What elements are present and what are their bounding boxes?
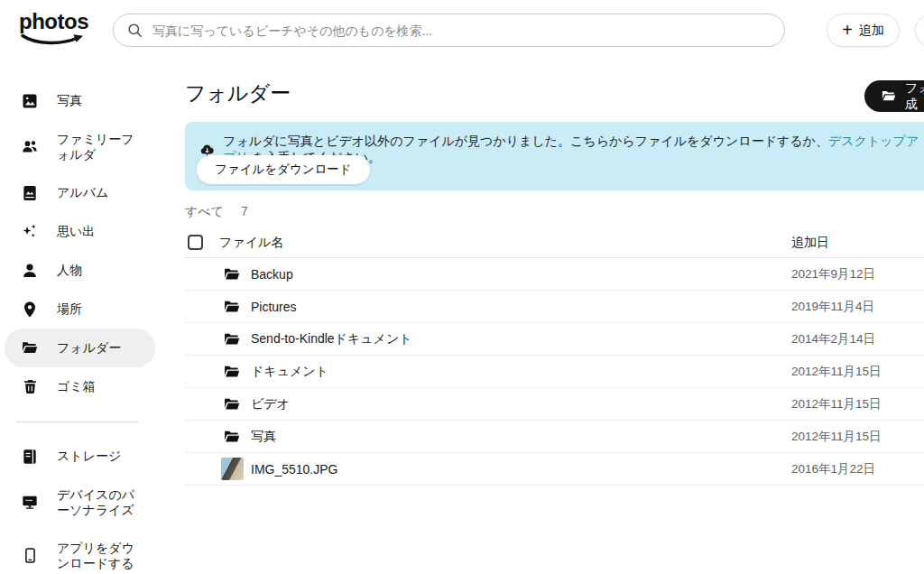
create-folder-button-label: フォルダーを作成 — [905, 80, 924, 113]
amazon-smile-icon — [21, 33, 88, 46]
memories-icon — [21, 223, 39, 241]
account-button[interactable] — [915, 14, 924, 47]
sidebar-item-download-app[interactable]: アプリをダウンロードする — [5, 529, 155, 574]
app-header: photos + 追加 — [0, 0, 924, 63]
date-added: 2012年11月15日 — [791, 396, 882, 412]
albums-icon — [21, 184, 39, 202]
notification-banner: フォルダに写真とビデオ以外のファイルが見つかりました。こちらからファイルをダウン… — [185, 122, 924, 190]
file-name: ビデオ — [251, 396, 290, 412]
plus-icon: + — [842, 21, 853, 39]
add-button[interactable]: + 追加 — [827, 14, 900, 47]
amazon-photos-logo[interactable]: photos — [19, 11, 97, 46]
date-added: 2014年2月14日 — [791, 331, 875, 347]
table-header: ファイル名 追加日 — [185, 227, 924, 257]
table-row-documents[interactable]: ドキュメント 2012年11月15日 — [185, 356, 924, 388]
folder-icon — [223, 363, 241, 381]
table-row-videos[interactable]: ビデオ 2012年11月15日 — [185, 388, 924, 421]
sidebar-item-memories[interactable]: 思い出 — [5, 212, 155, 251]
folder-icon — [223, 428, 241, 446]
table-row-img-5510[interactable]: IMG_5510.JPG 2016年1月22日 — [185, 453, 924, 486]
date-added: 2012年11月15日 — [791, 429, 882, 445]
filter-all-label[interactable]: すべて — [185, 204, 224, 220]
sidebar-item-label: フォルダー — [57, 340, 140, 356]
file-name: ドキュメント — [251, 364, 328, 380]
sidebar-item-label: アプリをダウンロードする — [57, 541, 140, 570]
logo-text: photos — [19, 11, 97, 32]
date-added: 2021年9月12日 — [791, 266, 875, 282]
table-row-pictures[interactable]: Pictures 2019年11月4日 — [185, 291, 924, 323]
sidebar-divider — [16, 421, 139, 422]
sidebar-item-people[interactable]: 人物 — [5, 251, 155, 290]
create-folder-button[interactable]: フォルダーを作成 — [864, 80, 924, 112]
table-row-send-to-kindle[interactable]: Send-to-Kindleドキュメント 2014年2月14日 — [185, 323, 924, 356]
folder-icon — [223, 265, 241, 283]
image-thumbnail — [221, 458, 244, 480]
file-name: Backup — [251, 267, 293, 282]
trash-icon — [21, 378, 39, 396]
main-content: フォルダー フォルダーを作成 フォルダに写真とビデオ以外のファイルが見つかりまし… — [155, 63, 924, 574]
add-button-label: 追加 — [859, 23, 884, 39]
sidebar-item-label: ファミリーフォルダ — [57, 132, 140, 162]
sidebar: 写真 ファミリーフォルダ アルバム 思い出 人物 — [0, 63, 155, 574]
places-icon — [21, 301, 39, 319]
sidebar-item-label: 思い出 — [57, 224, 140, 239]
device-personalize-icon — [21, 494, 39, 512]
date-added: 2016年1月22日 — [791, 461, 875, 477]
column-header-filename[interactable]: ファイル名 — [219, 235, 283, 251]
sidebar-item-label: 場所 — [57, 301, 140, 317]
table-row-backup[interactable]: Backup 2021年9月12日 — [185, 258, 924, 291]
files-table: ファイル名 追加日 Backup 2021年9月12日 Pictures 201… — [185, 227, 924, 486]
select-all-checkbox[interactable] — [188, 235, 203, 250]
page-title: フォルダー — [185, 79, 291, 107]
sidebar-item-albums[interactable]: アルバム — [5, 173, 155, 212]
sidebar-item-family-folder[interactable]: ファミリーフォルダ — [5, 120, 155, 173]
folder-icon — [223, 298, 241, 316]
search-bar[interactable] — [113, 14, 785, 47]
filter-row: すべて 7 — [185, 204, 248, 220]
people-icon — [21, 262, 39, 280]
sidebar-item-storage[interactable]: ストレージ — [5, 437, 155, 476]
column-header-date-added[interactable]: 追加日 — [791, 235, 829, 251]
folder-icon — [223, 330, 241, 348]
sidebar-item-label: 人物 — [57, 263, 140, 278]
download-files-button[interactable]: ファイルをダウンロード — [197, 155, 370, 184]
sidebar-item-label: ゴミ箱 — [57, 379, 140, 394]
date-added: 2019年11月4日 — [791, 299, 874, 315]
folder-icon — [223, 395, 241, 413]
sidebar-item-device-personalize[interactable]: デバイスのパーソナライズ — [5, 476, 155, 529]
file-name: Send-to-Kindleドキュメント — [251, 331, 412, 347]
photos-icon — [21, 92, 39, 110]
table-row-photos-folder[interactable]: 写真 2012年11月15日 — [185, 421, 924, 453]
filter-count: 7 — [241, 204, 248, 220]
folders-icon — [21, 339, 39, 357]
storage-icon — [21, 448, 39, 466]
file-name: 写真 — [251, 429, 276, 445]
sidebar-item-label: アルバム — [57, 185, 140, 200]
sidebar-item-places[interactable]: 場所 — [5, 290, 155, 329]
sidebar-item-folders[interactable]: フォルダー — [5, 329, 155, 367]
download-app-icon — [21, 547, 39, 565]
sidebar-item-label: デバイスのパーソナライズ — [57, 487, 140, 517]
folder-icon — [881, 88, 897, 105]
sidebar-item-label: 写真 — [57, 93, 140, 108]
search-icon — [126, 22, 143, 39]
sidebar-item-photos[interactable]: 写真 — [5, 81, 155, 120]
amazon-photos-app: photos + 追加 写真 — [0, 0, 924, 574]
search-input[interactable] — [152, 23, 772, 38]
family-folder-icon — [21, 138, 39, 156]
file-name: IMG_5510.JPG — [251, 462, 338, 477]
sidebar-item-trash[interactable]: ゴミ箱 — [5, 367, 155, 406]
sidebar-item-label: ストレージ — [57, 449, 140, 464]
date-added: 2012年11月15日 — [791, 364, 882, 380]
file-name: Pictures — [251, 300, 297, 314]
